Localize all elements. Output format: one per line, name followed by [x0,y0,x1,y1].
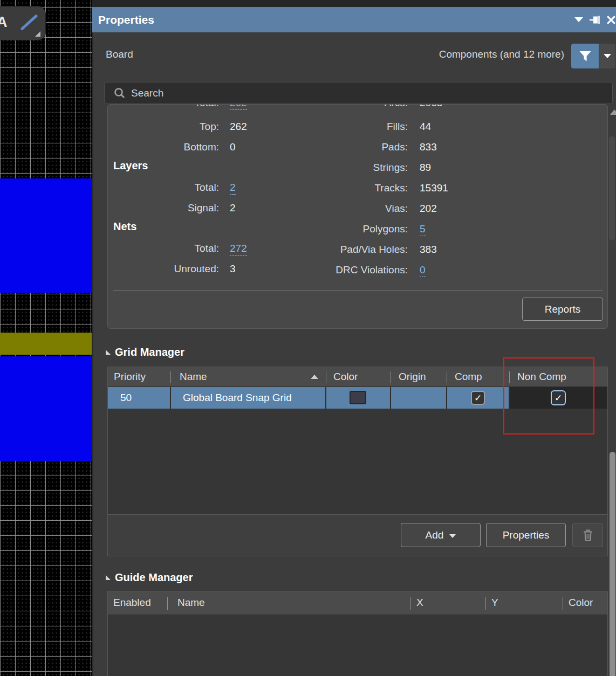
stats-divider [113,290,603,291]
column-header-comp[interactable]: Comp [455,371,482,383]
stat-value: 2 [230,202,236,214]
panel-pin-button[interactable] [588,7,602,32]
pcb-canvas[interactable]: A [0,0,92,676]
column-separator [170,371,171,383]
stat-value-link[interactable]: 272 [230,243,247,256]
stat-label: Polygons: [270,223,408,235]
grid-manager-table: Priority Name Color Origin Comp Non Comp… [107,367,608,556]
grid-manager-section-header[interactable]: Grid Manager [106,345,184,359]
filter-summary-label: Components (and 12 more) [439,49,564,60]
section-label-layers: Layers [113,160,148,172]
panel-scrollbar-thumb[interactable] [610,452,615,676]
column-separator [447,371,447,383]
stat-label: Tracks: [270,182,408,194]
cell-comp[interactable]: ✓ [447,387,509,409]
column-header-y[interactable]: Y [491,597,498,609]
stat-value: 0 [230,141,236,153]
close-icon [607,16,615,24]
column-header-origin[interactable]: Origin [399,371,426,383]
inner-scrollbar-thumb[interactable] [609,136,615,240]
stat-label: Signal: [108,202,219,214]
grid-table-row-selected[interactable]: 50 Global Board Snap Grid ✓ ✓ [108,387,607,409]
panel-close-button[interactable] [604,7,616,32]
properties-panel: Properties Board Components (and 12 more… [92,0,616,676]
text-tool-icon: A [0,14,8,31]
stat-label: Bottom: [108,141,219,153]
column-header-color[interactable]: Color [333,371,358,383]
chevron-down-icon [604,54,611,58]
stat-value: 2065 [420,104,442,109]
trash-icon [583,529,593,542]
altium-properties-screenshot: { "titlebar": { "title": "Properties" },… [0,0,616,676]
grid-color-swatch[interactable] [350,391,366,404]
stat-value-link[interactable]: 5 [420,223,426,236]
add-grid-button[interactable]: Add [401,523,481,547]
panel-top-strip [92,0,616,7]
grid-properties-button[interactable]: Properties [486,523,566,547]
column-separator [167,597,168,610]
guide-table-header: Enabled Name X Y Color [108,591,607,615]
guide-manager-section-header[interactable]: Guide Manager [106,570,193,584]
column-header-non-comp[interactable]: Non Comp [517,371,566,383]
stat-value: 202 [420,203,437,215]
stat-label: Fills: [270,121,408,133]
stat-value: 833 [420,141,437,153]
guide-manager-title: Guide Manager [115,571,193,584]
column-header-name[interactable]: Name [177,597,205,609]
panel-titlebar: Properties [92,7,616,32]
filter-button[interactable] [571,44,599,68]
stat-value-link[interactable]: 2 [230,182,236,195]
non-comp-checkbox[interactable]: ✓ [551,390,566,405]
cell-priority[interactable]: 50 [108,387,170,409]
pin-icon [589,15,601,25]
stat-value: 3 [230,263,236,275]
funnel-icon [579,51,592,62]
delete-grid-button[interactable] [572,523,603,547]
stat-label: DRC Violations: [270,264,408,276]
scroll-up-arrow-icon[interactable] [610,109,616,115]
stat-label: Arcs: [270,104,408,109]
panel-left-edge [92,0,93,676]
stat-label: Total: [108,182,219,194]
column-separator [509,371,510,383]
add-button-label: Add [426,529,444,541]
grid-table-footer: Add Properties [108,514,607,556]
stat-label: Vias: [270,203,408,215]
cell-name[interactable]: Global Board Snap Grid [171,387,325,409]
cell-color[interactable] [326,387,390,409]
panel-menu-button[interactable] [572,7,586,32]
collapse-triangle-icon [106,350,111,355]
stat-value-link[interactable]: 262 [230,104,247,110]
stat-value-link[interactable]: 0 [420,264,426,277]
cell-origin[interactable] [391,387,446,409]
panel-title: Properties [98,7,154,32]
column-header-x[interactable]: X [416,597,423,609]
object-filter-group [571,44,615,68]
search-placeholder: Search [131,87,163,99]
pcb-olive-region [0,333,92,355]
cell-non-comp[interactable]: ✓ [510,387,607,409]
column-header-name[interactable]: Name [180,371,207,383]
column-separator [563,597,563,610]
search-icon [114,87,126,99]
comp-checkbox[interactable]: ✓ [471,391,485,405]
stat-value: 89 [420,162,431,174]
flyout-corner-triangle-icon [35,31,40,37]
canvas-tool-flyout[interactable]: A [0,6,45,40]
filter-dropdown-button[interactable] [599,44,615,68]
stat-label: Unrouted: [108,263,219,275]
line-tool-icon [20,14,38,30]
column-header-color[interactable]: Color [569,597,593,609]
stat-label: Total: [108,243,219,254]
stat-value: 44 [420,121,431,133]
column-header-priority[interactable]: Priority [114,371,146,383]
stat-label: Strings: [270,162,408,174]
reports-button[interactable]: Reports [522,298,603,321]
column-separator [391,371,391,383]
search-input[interactable]: Search [104,82,613,104]
stat-value: 15391 [420,182,448,194]
stat-label: Pad/Via Holes: [270,244,408,256]
column-header-enabled[interactable]: Enabled [113,597,151,609]
grid-table-header: Priority Name Color Origin Comp Non Comp [108,367,607,387]
pcb-blue-region-top [0,178,92,293]
